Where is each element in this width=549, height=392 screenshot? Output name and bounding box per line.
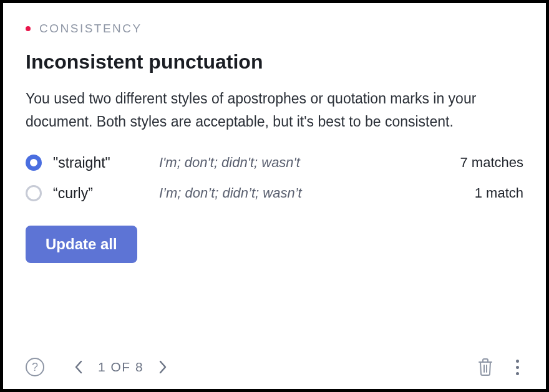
trash-icon [477, 358, 493, 376]
update-all-button[interactable]: Update all [26, 226, 137, 263]
card-title: Inconsistent punctuation [26, 50, 523, 74]
option-match-count: 1 match [475, 185, 523, 201]
option-label: “curly” [53, 185, 159, 202]
option-examples: I’m; don’t; didn’t; wasn’t [159, 185, 475, 201]
suggestion-card: CONSISTENCY Inconsistent punctuation You… [0, 0, 549, 392]
card-description: You used two different styles of apostro… [26, 87, 523, 133]
page-indicator: 1 OF 8 [98, 360, 143, 375]
option-straight[interactable]: "straight" I'm; don't; didn't; wasn't 7 … [26, 155, 523, 171]
option-match-count: 7 matches [460, 155, 524, 171]
help-icon[interactable]: ? [26, 358, 44, 376]
option-examples: I'm; don't; didn't; wasn't [159, 155, 460, 171]
option-curly[interactable]: “curly” I’m; don’t; didn’t; wasn’t 1 mat… [26, 185, 523, 202]
chevron-right-icon [158, 360, 167, 374]
more-vertical-icon [516, 360, 519, 363]
prev-button[interactable] [74, 360, 83, 374]
option-label: "straight" [53, 155, 159, 171]
chevron-left-icon [74, 360, 83, 374]
category-header: CONSISTENCY [26, 22, 523, 36]
option-list: "straight" I'm; don't; didn't; wasn't 7 … [26, 155, 523, 202]
category-dot-icon [26, 26, 31, 31]
category-label: CONSISTENCY [39, 22, 142, 36]
more-options-button[interactable] [511, 360, 523, 375]
card-footer: ? 1 OF 8 [26, 354, 523, 376]
radio-selected-icon [26, 155, 42, 171]
next-button[interactable] [158, 360, 167, 374]
dismiss-button[interactable] [477, 358, 493, 376]
pager: 1 OF 8 [74, 360, 167, 375]
radio-unselected-icon [26, 185, 42, 201]
